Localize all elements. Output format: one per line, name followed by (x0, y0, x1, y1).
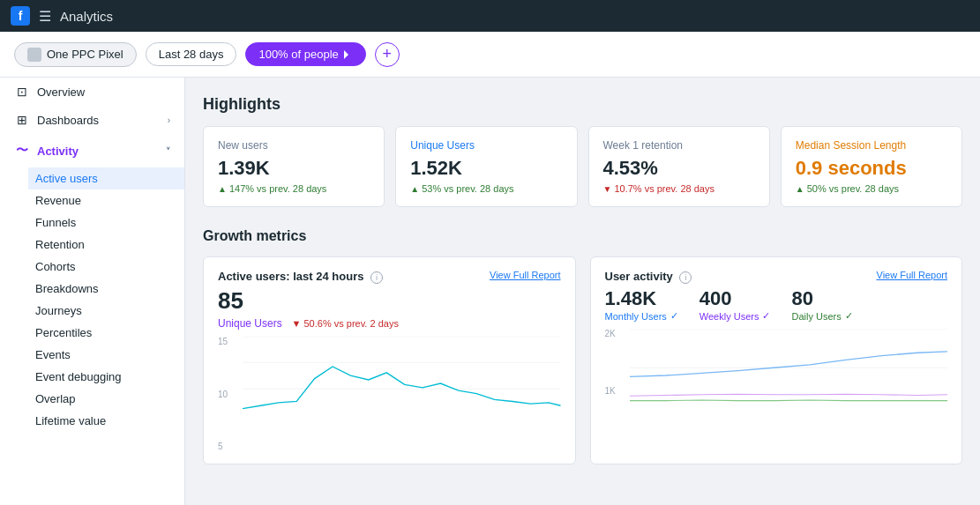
sidebar-item-percentiles[interactable]: Percentiles (28, 322, 184, 344)
sidebar-label-dashboards: Dashboards (37, 114, 99, 127)
retention-delta-pct: 10.7% vs prev. 28 days (614, 183, 714, 194)
overlap-label: Overlap (35, 392, 76, 405)
info-icon[interactable]: i (370, 271, 383, 284)
sidebar-label-activity: Activity (37, 145, 79, 158)
user-activity-card-title: User activity (605, 270, 673, 283)
growth-grid: Active users: last 24 hours i View Full … (203, 256, 962, 464)
highlights-title: Highlights (203, 95, 962, 114)
highlight-session-length: Median Session Length 0.9 seconds ▲ 50% … (781, 126, 962, 207)
dashboards-icon: ⊞ (14, 113, 30, 127)
daily-stat: 80 Daily Users ✓ (791, 287, 852, 322)
sidebar-item-breakdowns[interactable]: Breakdowns (28, 278, 184, 300)
y-label-5: 5 (218, 442, 239, 451)
user-activity-header: User activity i View Full Report (605, 270, 948, 284)
pixel-label: One PPC Pixel (47, 48, 123, 61)
ua-y-label-1k: 1K (605, 386, 626, 396)
active-users-delta: ▼ 50.6% vs prev. 2 days (292, 318, 399, 329)
sidebar-item-activity[interactable]: 〜 Activity ˅ (0, 134, 184, 166)
active-users-label: Active users (35, 172, 98, 185)
session-length-delta: ▲ 50% vs prev. 28 days (796, 183, 947, 194)
sidebar-item-events[interactable]: Events (28, 344, 184, 366)
sidebar-item-overview[interactable]: ⊡ Overview (0, 78, 184, 106)
active-users-header: Active users: last 24 hours i View Full … (218, 270, 561, 284)
new-users-delta-pct: 147% vs prev. 28 days (229, 183, 326, 194)
hamburger-icon[interactable]: ☰ (39, 8, 51, 25)
sidebar-item-journeys[interactable]: Journeys (28, 300, 184, 322)
active-users-chart: 15 10 5 (218, 337, 561, 451)
up-arrow-icon3: ▲ (796, 184, 804, 194)
date-filter-button[interactable]: Last 28 days (146, 42, 237, 66)
unique-users-sub-label: Unique Users (218, 317, 282, 330)
y-label-15: 15 (218, 337, 239, 346)
journeys-label: Journeys (35, 304, 82, 317)
retention-label: Week 1 retention (603, 139, 755, 152)
sidebar-label-overview: Overview (37, 85, 85, 99)
unique-users-delta-pct: 53% vs prev. 28 days (422, 183, 513, 194)
date-label: Last 28 days (159, 48, 224, 61)
people-label: 100% of people (258, 48, 338, 61)
info-icon2[interactable]: i (679, 271, 692, 284)
active-users-view-full[interactable]: View Full Report (490, 270, 561, 280)
daily-check: ✓ (845, 310, 853, 322)
up-arrow-icon: ▲ (218, 184, 227, 194)
chevron-right-icon: › (168, 115, 170, 125)
weekly-label: Weekly Users ✓ (699, 310, 771, 322)
daily-value: 80 (791, 287, 852, 310)
highlights-grid: New users 1.39K ▲ 147% vs prev. 28 days … (203, 126, 962, 207)
ua-chart-y-labels: 2K 1K (605, 329, 626, 443)
unique-users-label: Unique Users (410, 139, 562, 152)
retention-delta: ▼ 10.7% vs prev. 28 days (603, 183, 755, 194)
sidebar-item-overlap[interactable]: Overlap (28, 388, 184, 410)
sidebar-item-lifetime-value[interactable]: Lifetime value (28, 410, 184, 432)
people-filter-button[interactable]: 100% of people (245, 42, 365, 66)
new-users-label: New users (218, 139, 370, 152)
percentiles-label: Percentiles (35, 326, 92, 339)
session-length-value: 0.9 seconds (796, 157, 947, 180)
main-layout: ⊡ Overview ⊞ Dashboards › 〜 Activity ˅ A… (0, 78, 980, 505)
active-users-svg (243, 337, 561, 414)
add-filter-button[interactable]: + (375, 42, 400, 67)
chevron-down-icon: ˅ (166, 146, 170, 156)
user-activity-svg (630, 329, 948, 406)
growth-title: Growth metrics (203, 228, 962, 244)
pixel-filter-button[interactable]: One PPC Pixel (14, 42, 137, 67)
user-activity-view-full[interactable]: View Full Report (877, 270, 948, 280)
active-users-card: Active users: last 24 hours i View Full … (203, 256, 576, 464)
weekly-stat: 400 Weekly Users ✓ (699, 287, 771, 322)
down-arrow-icon: ▼ (603, 184, 612, 194)
sidebar-item-active-users[interactable]: Active users (28, 167, 184, 189)
active-users-title-group: Active users: last 24 hours i (218, 270, 383, 284)
ua-y-label-2k: 2K (605, 329, 626, 338)
funnels-label: Funnels (35, 216, 76, 229)
app-title: Analytics (60, 9, 113, 24)
user-activity-stats: 1.48K Monthly Users ✓ 400 Weekly Users ✓… (605, 287, 948, 322)
daily-label: Daily Users ✓ (791, 310, 852, 322)
chevron-down-icon (344, 50, 353, 59)
filterbar: One PPC Pixel Last 28 days 100% of peopl… (0, 32, 980, 78)
session-length-label: Median Session Length (796, 139, 947, 152)
monthly-stat: 1.48K Monthly Users ✓ (605, 287, 678, 322)
highlight-retention: Week 1 retention 4.53% ▼ 10.7% vs prev. … (588, 126, 770, 207)
active-users-value: 85 (218, 287, 561, 315)
sidebar-item-dashboards[interactable]: ⊞ Dashboards › (0, 106, 184, 134)
new-users-delta: ▲ 147% vs prev. 28 days (218, 183, 370, 194)
retention-label: Retention (35, 238, 85, 251)
user-activity-chart: 2K 1K (605, 329, 948, 443)
active-users-sub: Unique Users ▼ 50.6% vs prev. 2 days (218, 316, 561, 330)
cohorts-label: Cohorts (35, 260, 76, 273)
sidebar-item-revenue[interactable]: Revenue (28, 189, 184, 212)
monthly-label: Monthly Users ✓ (605, 310, 678, 322)
highlight-new-users: New users 1.39K ▲ 147% vs prev. 28 days (203, 126, 385, 207)
highlight-unique-users: Unique Users 1.52K ▲ 53% vs prev. 28 day… (395, 126, 577, 207)
events-label: Events (35, 348, 71, 361)
sidebar-item-cohorts[interactable]: Cohorts (28, 256, 184, 278)
y-label-10: 10 (218, 390, 239, 399)
overview-icon: ⊡ (14, 85, 30, 99)
up-arrow-icon2: ▲ (410, 184, 419, 194)
sidebar-item-event-debugging[interactable]: Event debugging (28, 366, 184, 388)
sidebar-item-retention[interactable]: Retention (28, 234, 184, 256)
user-activity-title-group: User activity i (605, 270, 692, 284)
chart-y-labels: 15 10 5 (218, 337, 239, 451)
sidebar-item-funnels[interactable]: Funnels (28, 212, 184, 234)
active-users-card-title: Active users: last 24 hours (218, 270, 363, 283)
